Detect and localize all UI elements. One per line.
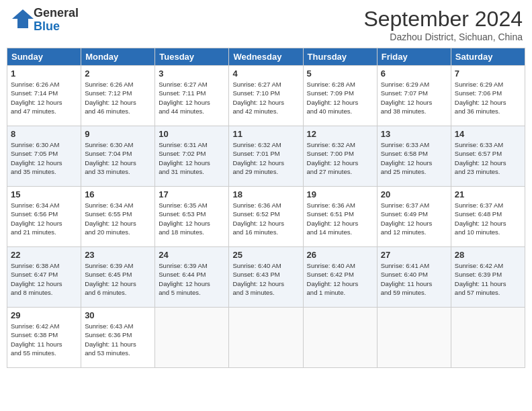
calendar-week-3: 15Sunrise: 6:34 AM Sunset: 6:56 PM Dayli… xyxy=(7,187,525,247)
calendar-cell: 5Sunrise: 6:28 AM Sunset: 7:09 PM Daylig… xyxy=(303,66,377,126)
day-number: 6 xyxy=(381,68,447,79)
weekday-friday: Friday xyxy=(377,48,451,66)
weekday-thursday: Thursday xyxy=(303,48,377,66)
day-info: Sunrise: 6:29 AM Sunset: 7:06 PM Dayligh… xyxy=(455,80,521,116)
calendar-cell: 25Sunrise: 6:40 AM Sunset: 6:43 PM Dayli… xyxy=(229,247,303,308)
day-info: Sunrise: 6:32 AM Sunset: 7:00 PM Dayligh… xyxy=(307,140,373,176)
day-number: 2 xyxy=(85,68,151,79)
calendar-cell xyxy=(451,308,525,368)
day-number: 14 xyxy=(455,129,521,139)
day-info: Sunrise: 6:40 AM Sunset: 6:42 PM Dayligh… xyxy=(307,261,373,297)
calendar-cell: 7Sunrise: 6:29 AM Sunset: 7:06 PM Daylig… xyxy=(451,66,525,126)
day-number: 21 xyxy=(455,189,521,199)
day-info: Sunrise: 6:36 AM Sunset: 6:51 PM Dayligh… xyxy=(307,201,373,236)
day-info: Sunrise: 6:42 AM Sunset: 6:38 PM Dayligh… xyxy=(11,322,77,357)
day-number: 11 xyxy=(232,129,299,139)
page-header: General Blue September 2024 Dazhou Distr… xyxy=(7,7,525,42)
calendar-cell: 15Sunrise: 6:34 AM Sunset: 6:56 PM Dayli… xyxy=(7,187,81,247)
calendar-cell: 16Sunrise: 6:34 AM Sunset: 6:55 PM Dayli… xyxy=(81,187,155,247)
calendar-cell: 18Sunrise: 6:36 AM Sunset: 6:52 PM Dayli… xyxy=(229,187,303,247)
day-number: 12 xyxy=(307,129,373,139)
day-info: Sunrise: 6:43 AM Sunset: 6:36 PM Dayligh… xyxy=(85,322,151,357)
calendar-week-5: 29Sunrise: 6:42 AM Sunset: 6:38 PM Dayli… xyxy=(7,308,525,368)
day-number: 29 xyxy=(11,310,77,320)
day-number: 10 xyxy=(159,129,225,139)
day-info: Sunrise: 6:33 AM Sunset: 6:58 PM Dayligh… xyxy=(381,140,447,176)
logo-general-text: General xyxy=(34,6,79,19)
day-info: Sunrise: 6:27 AM Sunset: 7:10 PM Dayligh… xyxy=(232,80,299,116)
logo: General Blue xyxy=(9,7,79,34)
weekday-saturday: Saturday xyxy=(451,48,525,66)
title-block: September 2024 Dazhou District, Sichuan,… xyxy=(363,7,523,42)
weekday-sunday: Sunday xyxy=(7,48,81,66)
calendar-cell xyxy=(377,308,451,368)
day-number: 24 xyxy=(159,250,225,260)
logo-text: General Blue xyxy=(34,7,79,34)
day-info: Sunrise: 6:39 AM Sunset: 6:45 PM Dayligh… xyxy=(85,261,151,297)
calendar-cell: 10Sunrise: 6:31 AM Sunset: 7:02 PM Dayli… xyxy=(155,126,229,187)
calendar-cell xyxy=(229,308,303,368)
calendar-cell: 4Sunrise: 6:27 AM Sunset: 7:10 PM Daylig… xyxy=(229,66,303,126)
calendar-cell xyxy=(155,308,229,368)
day-info: Sunrise: 6:32 AM Sunset: 7:01 PM Dayligh… xyxy=(232,140,299,176)
day-number: 27 xyxy=(381,250,447,260)
calendar-cell: 8Sunrise: 6:30 AM Sunset: 7:05 PM Daylig… xyxy=(7,126,81,187)
day-number: 19 xyxy=(307,189,373,199)
svg-marker-0 xyxy=(12,9,34,28)
day-number: 20 xyxy=(381,189,447,199)
day-info: Sunrise: 6:28 AM Sunset: 7:09 PM Dayligh… xyxy=(307,80,373,116)
day-info: Sunrise: 6:35 AM Sunset: 6:53 PM Dayligh… xyxy=(159,201,225,236)
day-number: 8 xyxy=(11,129,77,139)
day-number: 9 xyxy=(85,129,151,139)
day-info: Sunrise: 6:34 AM Sunset: 6:56 PM Dayligh… xyxy=(11,201,77,236)
day-info: Sunrise: 6:30 AM Sunset: 7:04 PM Dayligh… xyxy=(85,140,151,176)
location: Dazhou District, Sichuan, China xyxy=(363,32,523,42)
day-info: Sunrise: 6:37 AM Sunset: 6:49 PM Dayligh… xyxy=(381,201,447,236)
weekday-monday: Monday xyxy=(81,48,155,66)
calendar-cell: 14Sunrise: 6:33 AM Sunset: 6:57 PM Dayli… xyxy=(451,126,525,187)
weekday-tuesday: Tuesday xyxy=(155,48,229,66)
day-number: 17 xyxy=(159,189,225,199)
day-info: Sunrise: 6:26 AM Sunset: 7:14 PM Dayligh… xyxy=(11,80,77,116)
day-number: 13 xyxy=(381,129,447,139)
calendar-body: 1Sunrise: 6:26 AM Sunset: 7:14 PM Daylig… xyxy=(7,66,525,368)
calendar-cell: 20Sunrise: 6:37 AM Sunset: 6:49 PM Dayli… xyxy=(377,187,451,247)
day-number: 3 xyxy=(159,68,225,79)
day-number: 5 xyxy=(307,68,373,79)
logo-blue-text: Blue xyxy=(34,19,60,33)
calendar-cell: 6Sunrise: 6:29 AM Sunset: 7:07 PM Daylig… xyxy=(377,66,451,126)
day-info: Sunrise: 6:40 AM Sunset: 6:43 PM Dayligh… xyxy=(232,261,299,297)
calendar-week-2: 8Sunrise: 6:30 AM Sunset: 7:05 PM Daylig… xyxy=(7,126,525,187)
calendar-cell: 9Sunrise: 6:30 AM Sunset: 7:04 PM Daylig… xyxy=(81,126,155,187)
month-title: September 2024 xyxy=(363,7,523,32)
day-info: Sunrise: 6:26 AM Sunset: 7:12 PM Dayligh… xyxy=(85,80,151,116)
calendar-cell: 23Sunrise: 6:39 AM Sunset: 6:45 PM Dayli… xyxy=(81,247,155,308)
day-info: Sunrise: 6:36 AM Sunset: 6:52 PM Dayligh… xyxy=(232,201,299,236)
calendar-cell: 2Sunrise: 6:26 AM Sunset: 7:12 PM Daylig… xyxy=(81,66,155,126)
day-info: Sunrise: 6:33 AM Sunset: 6:57 PM Dayligh… xyxy=(455,140,521,176)
calendar-cell: 29Sunrise: 6:42 AM Sunset: 6:38 PM Dayli… xyxy=(7,308,81,368)
day-info: Sunrise: 6:29 AM Sunset: 7:07 PM Dayligh… xyxy=(381,80,447,116)
calendar-cell: 19Sunrise: 6:36 AM Sunset: 6:51 PM Dayli… xyxy=(303,187,377,247)
day-info: Sunrise: 6:34 AM Sunset: 6:55 PM Dayligh… xyxy=(85,201,151,236)
calendar-cell: 21Sunrise: 6:37 AM Sunset: 6:48 PM Dayli… xyxy=(451,187,525,247)
day-info: Sunrise: 6:30 AM Sunset: 7:05 PM Dayligh… xyxy=(11,140,77,176)
day-number: 22 xyxy=(11,250,77,260)
day-number: 28 xyxy=(455,250,521,260)
day-number: 25 xyxy=(232,250,299,260)
calendar-cell: 11Sunrise: 6:32 AM Sunset: 7:01 PM Dayli… xyxy=(229,126,303,187)
calendar-cell: 13Sunrise: 6:33 AM Sunset: 6:58 PM Dayli… xyxy=(377,126,451,187)
day-number: 15 xyxy=(11,189,77,199)
calendar-cell: 26Sunrise: 6:40 AM Sunset: 6:42 PM Dayli… xyxy=(303,247,377,308)
weekday-header-row: SundayMondayTuesdayWednesdayThursdayFrid… xyxy=(7,48,525,66)
logo-icon xyxy=(9,7,34,31)
day-number: 18 xyxy=(232,189,299,199)
day-number: 1 xyxy=(11,68,77,79)
calendar-table: SundayMondayTuesdayWednesdayThursdayFrid… xyxy=(7,48,525,368)
calendar-cell: 30Sunrise: 6:43 AM Sunset: 6:36 PM Dayli… xyxy=(81,308,155,368)
calendar-cell: 17Sunrise: 6:35 AM Sunset: 6:53 PM Dayli… xyxy=(155,187,229,247)
day-number: 16 xyxy=(85,189,151,199)
day-info: Sunrise: 6:39 AM Sunset: 6:44 PM Dayligh… xyxy=(159,261,225,297)
calendar-cell: 12Sunrise: 6:32 AM Sunset: 7:00 PM Dayli… xyxy=(303,126,377,187)
calendar-cell: 24Sunrise: 6:39 AM Sunset: 6:44 PM Dayli… xyxy=(155,247,229,308)
